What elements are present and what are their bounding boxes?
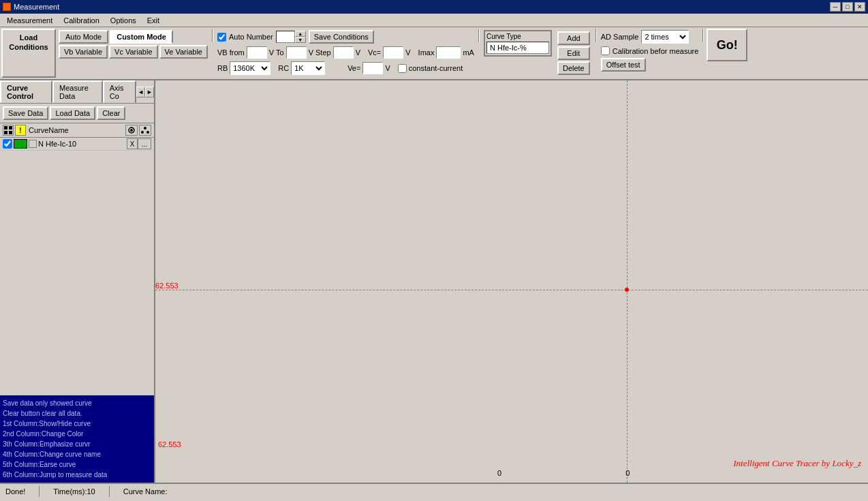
- data-buttons-row: Save Data Load Data Clear: [0, 104, 154, 123]
- auto-number-spinbox[interactable]: 11 ▲ ▼: [276, 31, 306, 43]
- separator2: [478, 29, 480, 42]
- load-data-button[interactable]: Load Data: [50, 106, 95, 120]
- info-line-1: Clear button clear all data.: [3, 408, 151, 419]
- vc-variable-button[interactable]: Vc Variable: [109, 45, 157, 59]
- curve-more-button[interactable]: ...: [138, 138, 151, 149]
- tab-curve-control[interactable]: Curve Control: [0, 80, 52, 103]
- vb-to-input[interactable]: 35: [286, 46, 307, 59]
- ad-sample-label: AD Sample: [601, 33, 639, 41]
- svg-rect-2: [4, 131, 7, 134]
- chart-v-line: [627, 80, 627, 483]
- vc-v-label: V: [405, 48, 410, 57]
- menu-options[interactable]: Options: [105, 15, 142, 26]
- auto-number-checkbox[interactable]: [217, 33, 226, 42]
- auto-number-down[interactable]: ▼: [295, 37, 306, 43]
- vb-variable-button[interactable]: Vb Variable: [59, 45, 108, 59]
- panel-nav-prev[interactable]: ◄: [136, 87, 145, 97]
- curve-visible-checkbox[interactable]: [3, 139, 12, 149]
- menu-measurement[interactable]: Measurement: [1, 15, 58, 26]
- curve-type-value: N Hfe-Ic-%: [486, 42, 549, 54]
- info-line-7: 6th Column:Jump to measure data: [3, 470, 151, 480]
- auto-mode-tab[interactable]: Auto Mode: [59, 30, 108, 44]
- menu-bar: Measurement Calibration Options Exit: [0, 14, 868, 27]
- minimize-button[interactable]: ─: [830, 2, 841, 12]
- tab-axis-co[interactable]: Axis Co: [103, 80, 136, 103]
- vb-from-input[interactable]: 2.5: [247, 46, 267, 59]
- auto-number-up[interactable]: ▲: [295, 31, 306, 37]
- col-icon1: [125, 125, 138, 136]
- vc-input[interactable]: 35: [383, 46, 403, 59]
- curve-row: N Hfe-Ic-10 X ...: [0, 138, 154, 151]
- edit-curve-button[interactable]: Edit: [557, 46, 590, 60]
- tab-measure-data[interactable]: Measure Data: [52, 80, 103, 103]
- save-data-button[interactable]: Save Data: [3, 106, 48, 120]
- separator3: [595, 29, 597, 42]
- svg-rect-3: [9, 131, 12, 134]
- custom-mode-tab[interactable]: Custom Mode: [110, 30, 173, 44]
- curve-actions: Add Edit Delete: [555, 29, 593, 78]
- chart-left-axis-label: 62.553: [158, 440, 181, 449]
- col-warning-icon: !: [15, 125, 26, 136]
- chart-x-label-0: 0: [497, 469, 501, 477]
- add-curve-button[interactable]: Add: [557, 31, 590, 45]
- vb-step-input[interactable]: 0.5: [333, 46, 354, 59]
- delete-curve-button[interactable]: Delete: [557, 61, 590, 75]
- ve-label: Ve=: [347, 64, 360, 72]
- curve-emphasize[interactable]: [29, 140, 37, 148]
- chart-area[interactable]: 62.553 0 0 62.553 Intelligent Curve Trac…: [155, 80, 868, 483]
- constant-current-checkbox[interactable]: [398, 64, 407, 73]
- app-icon: [3, 3, 11, 11]
- load-conditions-button[interactable]: Load Conditions: [1, 29, 56, 78]
- left-panel: Curve Control Measure Data Axis Co ◄ ► S…: [0, 80, 155, 483]
- separator1: [212, 29, 213, 42]
- panel-tabs-container: Curve Control Measure Data Axis Co ◄ ►: [0, 80, 154, 104]
- close-button[interactable]: ✕: [854, 2, 865, 12]
- auto-number-input[interactable]: 11: [276, 31, 295, 43]
- calibration-label: Calibration befor measure: [613, 47, 699, 55]
- ad-sample-section: AD Sample 2 times Calibration befor meas…: [600, 29, 700, 78]
- curve-type-header: Curve Type: [486, 33, 549, 40]
- curve-color-swatch[interactable]: [14, 139, 27, 149]
- vb-step-label: Step: [315, 48, 331, 57]
- vc-label: Vc=: [368, 48, 381, 57]
- menu-exit[interactable]: Exit: [142, 15, 165, 26]
- info-box: Save data only showed curve Clear button…: [0, 395, 154, 483]
- svg-point-7: [141, 131, 144, 134]
- ve-input[interactable]: 2.5: [362, 62, 383, 74]
- ad-sample-dropdown[interactable]: 2 times: [641, 30, 689, 44]
- title-bar-title: Measurement: [14, 3, 59, 11]
- svg-point-6: [144, 127, 146, 130]
- col-icon2[interactable]: [139, 125, 151, 136]
- info-line-6: 5th Column:Earse curve: [3, 459, 151, 470]
- curve-erase-button[interactable]: X: [127, 138, 138, 149]
- restore-button[interactable]: □: [842, 2, 853, 12]
- vb-from-label: VB from: [217, 48, 245, 57]
- info-line-3: 2nd Column:Change Color: [3, 429, 151, 439]
- chart-x-label-1: 0: [625, 469, 630, 477]
- rc-dropdown[interactable]: 1K: [291, 61, 325, 75]
- auto-number-label: Auto Number: [229, 33, 273, 41]
- menu-calibration[interactable]: Calibration: [58, 15, 105, 26]
- title-bar: Measurement ─ □ ✕: [0, 0, 868, 14]
- vb-v-label3: V: [356, 48, 360, 57]
- imax-input[interactable]: 2500: [436, 46, 461, 59]
- offset-test-button[interactable]: Offset test: [601, 58, 646, 72]
- calibration-checkbox[interactable]: [601, 46, 610, 55]
- top-toolbar: Load Conditions Auto Mode Custom Mode Vb…: [0, 27, 868, 80]
- vb-to-label: To: [276, 48, 284, 57]
- table-header: ! CurveName: [0, 123, 154, 138]
- imax-ma-label: mA: [463, 48, 474, 57]
- curve-list: N Hfe-Ic-10 X ...: [0, 138, 154, 151]
- chart-h-line: [155, 290, 868, 290]
- ve-variable-button[interactable]: Ve Variable: [159, 45, 208, 59]
- status-done: Done!: [5, 487, 25, 496]
- status-divider2: [109, 486, 110, 497]
- rb-dropdown[interactable]: 1360K: [230, 61, 270, 75]
- col-grid-icon: [3, 125, 14, 136]
- go-button[interactable]: Go!: [707, 29, 747, 61]
- info-line-2: 1st Column:Show/Hide curve: [3, 419, 151, 429]
- panel-nav-next[interactable]: ►: [145, 87, 154, 97]
- clear-button[interactable]: Clear: [97, 106, 125, 120]
- save-conditions-button[interactable]: Save Conditions: [309, 30, 374, 44]
- chart-crosshair-dot: [625, 288, 629, 292]
